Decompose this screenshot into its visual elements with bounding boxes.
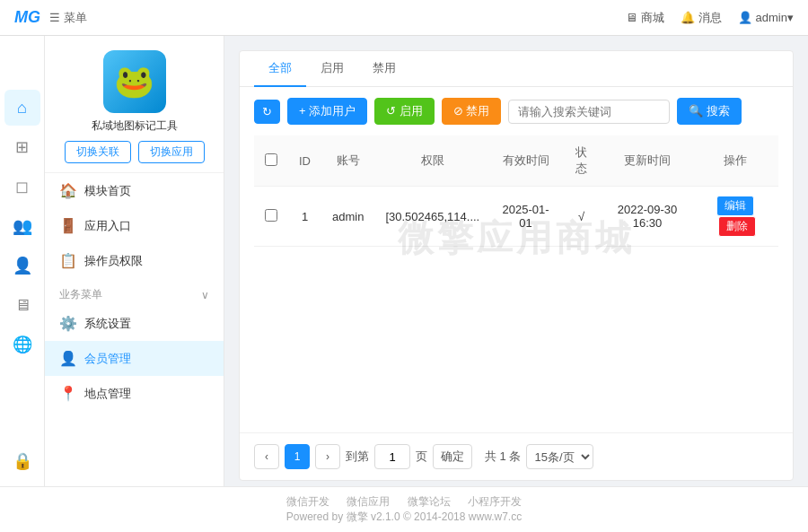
search-button[interactable]: 🔍 搜索 [677, 98, 742, 125]
locations-icon: 📍 [59, 385, 77, 402]
permission-icon: 📋 [59, 252, 77, 269]
footer-link-forum[interactable]: 微擎论坛 [408, 495, 451, 508]
total-count: 共 1 条 [485, 449, 521, 465]
sidebar-item-permission[interactable]: 📋 操作员权限 [45, 243, 224, 278]
cell-actions: 编辑 删除 [693, 187, 778, 247]
row-checkbox[interactable] [265, 209, 277, 222]
toolbar: ↻ + 添加用户 ↺ 启用 ⊘ 禁用 🔍 搜索 [240, 87, 793, 135]
current-page-button[interactable]: 1 [285, 444, 310, 469]
col-status: 状态 [561, 135, 602, 187]
page-unit: 页 [416, 449, 427, 465]
store-label: 商城 [641, 10, 664, 26]
sidebar-item-home[interactable]: 🏠 模块首页 [45, 173, 224, 208]
top-header: MG ☰ 菜单 🖥 商城 🔔 消息 👤 admin▾ [0, 0, 808, 36]
footer-link-miniapp[interactable]: 小程序开发 [468, 495, 522, 508]
main-layout: ⌂ ⊞ ◻ 👥 👤 🖥 🌐 🔒 🐸 私域地图标记工具 切换关联 切换应用 🏠 模… [0, 36, 808, 486]
notification-label: 消息 [698, 10, 722, 26]
app-icon-area: 🐸 私域地图标记工具 切换关联 切换应用 [45, 36, 224, 173]
cell-valid-time: 2025-01-01 [490, 187, 561, 247]
footer-link-dev[interactable]: 微信开发 [286, 495, 329, 508]
main-card: 全部 启用 禁用 ↻ + 添加用户 ↺ 启用 ⊘ 禁用 🔍 搜索 微擎应用商城 [239, 50, 794, 481]
sidebar-item-entry-label: 应用入口 [84, 218, 131, 234]
goto-confirm-button[interactable]: 确定 [433, 444, 472, 469]
add-user-button[interactable]: + 添加用户 [287, 98, 367, 125]
footer: 微信开发 微信应用 微擎论坛 小程序开发 Powered by 微擎 v2.1.… [0, 486, 808, 532]
menu-toggle[interactable]: ☰ 菜单 [49, 10, 87, 26]
col-account: 账号 [321, 135, 374, 187]
table-body: 1 admin [30.502465,114.... 2025-01-01 √ … [254, 187, 778, 247]
goto-page-input[interactable] [374, 444, 410, 469]
nav-person[interactable]: 👤 [4, 248, 40, 283]
user-label: admin▾ [756, 11, 794, 24]
col-valid-time: 有效时间 [490, 135, 561, 187]
nav-home[interactable]: ⌂ [4, 90, 40, 126]
sidebar-item-permission-label: 操作员权限 [84, 253, 143, 269]
user-menu[interactable]: 👤 admin▾ [738, 11, 794, 24]
delete-button[interactable]: 删除 [718, 216, 756, 237]
sidebar-item-settings-label: 系统设置 [84, 316, 131, 332]
chevron-down-icon: ∨ [201, 289, 209, 301]
sidebar-item-members-label: 会员管理 [84, 351, 131, 367]
cell-update-time: 2022-09-30 16:30 [602, 187, 693, 247]
tab-all[interactable]: 全部 [254, 51, 306, 87]
search-input[interactable] [508, 100, 670, 124]
table-wrap: 微擎应用商城 ID 账号 权限 有效时间 状态 更新时间 [240, 135, 793, 340]
tab-bar: 全部 启用 禁用 [240, 51, 793, 87]
footer-links: 微信开发 微信应用 微擎论坛 小程序开发 [7, 494, 801, 510]
footer-link-app[interactable]: 微信应用 [347, 495, 390, 508]
tab-enabled[interactable]: 启用 [306, 51, 358, 87]
app-name: 私域地图标记工具 [92, 118, 178, 134]
goto-label: 到第 [346, 449, 369, 465]
page-size-select[interactable]: 15条/页 20条/页 50条/页 [526, 444, 593, 469]
nav-box[interactable]: ◻ [4, 169, 40, 205]
nav-globe[interactable]: 🌐 [4, 327, 40, 362]
store-link[interactable]: 🖥 商城 [626, 10, 664, 26]
app-btn-row: 切换关联 切换应用 [65, 141, 205, 163]
refresh-button[interactable]: ↻ [254, 100, 280, 124]
pagination: ‹ 1 › 到第 页 确定 共 1 条 15条/页 20条/页 50条/页 [240, 432, 793, 480]
col-update-time: 更新时间 [602, 135, 693, 187]
select-all-checkbox[interactable] [265, 153, 277, 166]
sidebar-item-home-label: 模块首页 [84, 183, 131, 199]
nav-server[interactable]: 🖥 [4, 287, 40, 323]
cell-id: 1 [288, 187, 321, 247]
tab-disabled[interactable]: 禁用 [358, 51, 410, 87]
sidebar-item-locations-label: 地点管理 [84, 386, 131, 402]
nav-users[interactable]: 👥 [4, 208, 40, 244]
nav-lock[interactable]: 🔒 [4, 443, 40, 479]
col-action: 操作 [693, 135, 778, 187]
hamburger-icon: ☰ [49, 11, 60, 24]
col-permission: 权限 [374, 135, 490, 187]
switch-app-button[interactable]: 切换应用 [138, 141, 205, 163]
section-label-text: 业务菜单 [59, 287, 102, 302]
enable-button[interactable]: ↺ 启用 [374, 98, 435, 125]
sidebar-menu: 🏠 模块首页 🚪 应用入口 📋 操作员权限 业务菜单 ∨ ⚙️ 系统设置 👤 [45, 173, 224, 486]
table-row: 1 admin [30.502465,114.... 2025-01-01 √ … [254, 187, 778, 247]
disable-button[interactable]: ⊘ 禁用 [442, 98, 502, 125]
edit-button[interactable]: 编辑 [716, 196, 754, 216]
sidebar-item-entry[interactable]: 🚪 应用入口 [45, 208, 224, 243]
logo: MG [14, 8, 40, 27]
sidebar: 🐸 私域地图标记工具 切换关联 切换应用 🏠 模块首页 🚪 应用入口 📋 操作员… [45, 36, 224, 486]
entry-icon: 🚪 [59, 217, 77, 234]
store-icon: 🖥 [626, 11, 637, 24]
col-id: ID [288, 135, 321, 187]
business-section-label: 业务菜单 ∨ [45, 278, 224, 306]
cell-permission: [30.502465,114.... [374, 187, 490, 247]
members-icon: 👤 [59, 350, 77, 367]
data-table: ID 账号 权限 有效时间 状态 更新时间 操作 [254, 135, 778, 247]
header-left: MG ☰ 菜单 [14, 8, 87, 27]
app-icon: 🐸 [103, 50, 166, 113]
content-area: 全部 启用 禁用 ↻ + 添加用户 ↺ 启用 ⊘ 禁用 🔍 搜索 微擎应用商城 [224, 36, 808, 486]
next-page-button[interactable]: › [315, 444, 340, 469]
sidebar-item-locations[interactable]: 📍 地点管理 [45, 376, 224, 411]
bell-icon: 🔔 [681, 11, 695, 24]
notification-link[interactable]: 🔔 消息 [681, 10, 722, 26]
nav-grid[interactable]: ⊞ [4, 129, 40, 165]
sidebar-item-settings[interactable]: ⚙️ 系统设置 [45, 306, 224, 341]
cell-account: admin [321, 187, 374, 247]
sidebar-item-members[interactable]: 👤 会员管理 [45, 341, 224, 376]
footer-powered: Powered by 微擎 v2.1.0 © 2014-2018 www.w7.… [7, 510, 801, 525]
switch-relation-button[interactable]: 切换关联 [65, 141, 131, 163]
prev-page-button[interactable]: ‹ [254, 444, 279, 469]
